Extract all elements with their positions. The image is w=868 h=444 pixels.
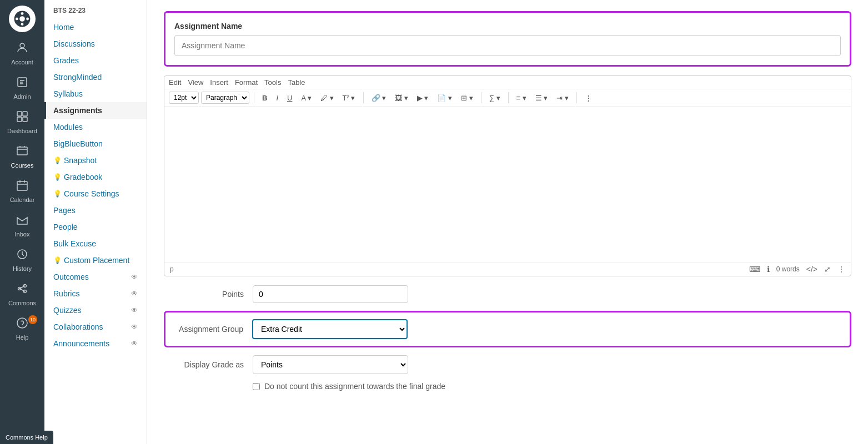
final-grade-row: Do not count this assignment towards the…	[253, 382, 851, 391]
indent-button[interactable]: ⇥ ▾	[553, 92, 572, 104]
font-size-select[interactable]: 12pt	[169, 92, 199, 104]
rte-menu-edit[interactable]: Edit	[169, 78, 181, 87]
nav-item-inbox[interactable]: Inbox	[3, 209, 42, 242]
points-label: Points	[164, 290, 253, 299]
nav-link-collaborations[interactable]: Collaborations 👁	[44, 319, 147, 335]
svg-point-5	[26, 18, 29, 21]
svg-point-4	[16, 18, 18, 21]
highlight-button[interactable]: 🖊 ▾	[317, 92, 337, 104]
assignment-name-input[interactable]	[174, 35, 841, 56]
nav-link-modules[interactable]: Modules	[44, 119, 147, 135]
rte-more-icon[interactable]: ⋮	[837, 265, 845, 274]
nav-item-account[interactable]: Account	[3, 37, 42, 70]
nav-link-discussions[interactable]: Discussions	[44, 36, 147, 52]
commons-icon	[16, 282, 29, 298]
toolbar-divider-2	[363, 92, 364, 103]
assignment-name-section: Assignment Name	[164, 11, 851, 67]
course-settings-icon: 💡	[53, 190, 62, 198]
nav-link-strongminded[interactable]: StrongMinded	[44, 69, 147, 85]
nav-link-people[interactable]: People	[44, 219, 147, 235]
points-input[interactable]	[253, 285, 408, 303]
image-button[interactable]: 🖼 ▾	[392, 92, 412, 104]
text-color-button[interactable]: A ▾	[298, 92, 315, 104]
rte-menu-insert[interactable]: Insert	[210, 78, 228, 87]
rubrics-eye-icon: 👁	[131, 290, 138, 297]
nav-link-pages[interactable]: Pages	[44, 202, 147, 219]
announcements-eye-icon: 👁	[131, 340, 138, 347]
svg-rect-12	[17, 147, 27, 155]
svg-point-18	[17, 318, 27, 328]
rte-menu-view[interactable]: View	[188, 78, 203, 87]
svg-point-3	[21, 23, 24, 26]
toolbar-divider-4	[508, 92, 509, 103]
inbox-icon	[16, 213, 29, 229]
course-nav: BTS 22-23 Home Discussions Grades Strong…	[44, 0, 147, 444]
document-button[interactable]: 📄 ▾	[434, 92, 455, 104]
nav-link-custom-placement[interactable]: 💡 Custom Placement	[44, 252, 147, 269]
nav-item-history[interactable]: History	[3, 243, 42, 276]
nav-item-admin[interactable]: Admin	[3, 71, 42, 104]
assignment-group-section: Assignment Group Extra Credit Assignment…	[164, 311, 851, 347]
nav-link-quizzes[interactable]: Quizzes 👁	[44, 302, 147, 319]
display-grade-label: Display Grade as	[164, 360, 253, 369]
align-button[interactable]: ≡ ▾	[513, 92, 530, 104]
display-grade-select[interactable]: Points Percentage Complete/Incomplete Le…	[253, 355, 408, 374]
paragraph-style-select[interactable]: Paragraph	[201, 92, 249, 104]
rte-body[interactable]	[164, 107, 851, 262]
nav-item-calendar[interactable]: Calendar	[3, 174, 42, 208]
svg-rect-11	[23, 117, 27, 122]
assignment-group-label: Assignment Group	[174, 325, 252, 334]
keyboard-icon[interactable]: ⌨	[749, 265, 760, 274]
rte-menu-format[interactable]: Format	[235, 78, 258, 87]
nav-link-gradebook[interactable]: 💡 Gradebook	[44, 169, 147, 185]
list-button[interactable]: ☰ ▾	[532, 92, 551, 104]
nav-link-snapshot[interactable]: 💡 Snapshot	[44, 152, 147, 169]
svg-point-19	[22, 326, 23, 326]
rte-statusbar: p ⌨ ℹ 0 words </> ⤢ ⋮	[164, 262, 851, 276]
code-view-icon[interactable]: </>	[806, 265, 817, 274]
embed-button[interactable]: ⊞ ▾	[458, 92, 476, 104]
nav-link-grades[interactable]: Grades	[44, 52, 147, 69]
nav-link-bigbluebutton[interactable]: BigBlueButton	[44, 135, 147, 152]
nav-link-home[interactable]: Home	[44, 19, 147, 36]
rte-status-right: ⌨ ℹ 0 words </> ⤢ ⋮	[749, 265, 845, 274]
nav-link-bulk-excuse[interactable]: Bulk Excuse	[44, 235, 147, 252]
expand-icon[interactable]: ⤢	[824, 265, 831, 274]
svg-point-1	[19, 16, 25, 22]
custom-placement-icon: 💡	[53, 256, 62, 264]
outcomes-eye-icon: 👁	[131, 273, 138, 281]
more-options-button[interactable]: ⋮	[581, 92, 595, 104]
nav-link-outcomes[interactable]: Outcomes 👁	[44, 269, 147, 285]
equation-button[interactable]: ∑ ▾	[486, 92, 504, 104]
nav-link-syllabus[interactable]: Syllabus	[44, 85, 147, 102]
link-button[interactable]: 🔗 ▾	[368, 92, 390, 104]
media-button[interactable]: ▶ ▾	[414, 92, 432, 104]
final-grade-checkbox[interactable]	[253, 383, 260, 390]
admin-icon	[16, 75, 29, 92]
bold-button[interactable]: B	[259, 92, 270, 104]
italic-button[interactable]: I	[273, 92, 282, 104]
help-icon	[16, 316, 29, 332]
nav-link-rubrics[interactable]: Rubrics 👁	[44, 285, 147, 302]
nav-item-help[interactable]: Help 10	[3, 312, 42, 345]
nav-link-announcements[interactable]: Announcements 👁	[44, 335, 147, 352]
rte-menu-table[interactable]: Table	[288, 78, 305, 87]
assignment-group-select[interactable]: Extra Credit Assignments Quizzes Partici…	[252, 319, 408, 339]
rte-menu-tools[interactable]: Tools	[264, 78, 281, 87]
snapshot-icon: 💡	[53, 157, 62, 164]
nav-item-dashboard[interactable]: Dashboard	[3, 105, 42, 139]
svg-point-2	[21, 12, 24, 15]
rte-toolbar: 12pt Paragraph B I U A ▾ 🖊 ▾ T² ▾ 🔗 ▾ 🖼 …	[164, 89, 851, 107]
points-row: Points	[164, 285, 851, 303]
superscript-button[interactable]: T² ▾	[339, 92, 359, 104]
underline-button[interactable]: U	[284, 92, 295, 104]
nav-item-courses[interactable]: Courses	[3, 140, 42, 173]
nav-link-course-settings[interactable]: 💡 Course Settings	[44, 185, 147, 202]
accessibility-icon[interactable]: ℹ	[767, 265, 770, 274]
nav-link-assignments[interactable]: Assignments	[44, 102, 147, 119]
svg-rect-9	[23, 112, 27, 116]
global-nav: Account Admin Dashboard	[0, 0, 44, 444]
display-grade-row: Display Grade as Points Percentage Compl…	[164, 355, 851, 374]
nav-item-commons[interactable]: Commons	[3, 278, 42, 311]
rte-status-tag: p	[170, 265, 174, 273]
